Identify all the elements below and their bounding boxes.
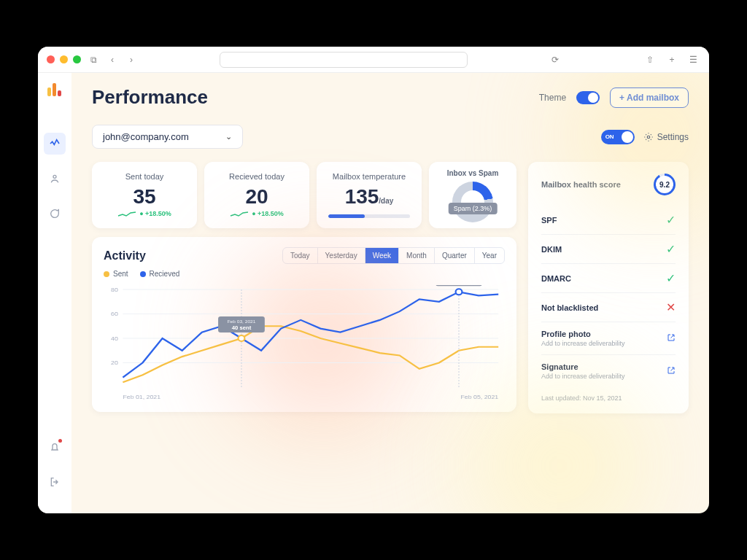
external-link-icon — [667, 365, 676, 378]
health-item: Not blacklisted✕ — [541, 293, 676, 322]
check-icon: ✓ — [666, 242, 676, 256]
back-icon[interactable]: ‹ — [106, 53, 119, 66]
health-item-name: Not blacklisted — [541, 303, 598, 312]
svg-text:Feb 01, 2021: Feb 01, 2021 — [123, 393, 160, 400]
sidebar — [38, 73, 71, 513]
health-item[interactable]: SignatureAdd to increase deliverability — [541, 355, 676, 387]
settings-label: Settings — [657, 132, 689, 142]
health-item[interactable]: Profile photoAdd to increase deliverabil… — [541, 322, 676, 355]
browser-window: ⧉ ‹ › ⟳ ⇧ + ☰ — [38, 47, 709, 513]
mailbox-power-toggle[interactable]: ON — [601, 130, 635, 144]
theme-label: Theme — [539, 93, 566, 103]
theme-toggle[interactable] — [576, 91, 600, 104]
svg-text:40: 40 — [111, 335, 118, 342]
stat-temperature-label: Mailbox temperature — [328, 172, 410, 181]
health-score-ring-icon: 9.2 — [654, 174, 676, 195]
svg-point-1 — [647, 136, 650, 139]
activity-title: Activity — [104, 249, 146, 262]
stat-received-delta: ● +18.50% — [252, 210, 284, 217]
svg-text:40 sent: 40 sent — [232, 324, 252, 331]
reload-icon[interactable]: ⟳ — [549, 53, 562, 66]
settings-link[interactable]: Settings — [643, 132, 689, 142]
activity-card: Activity Today Yesterday Week Month Quar… — [92, 237, 516, 412]
browser-chrome: ⧉ ‹ › ⟳ ⇧ + ☰ — [38, 47, 709, 73]
close-window-icon[interactable] — [47, 55, 55, 63]
chevron-down-icon: ⌄ — [225, 132, 232, 141]
health-item-sub: Add to increase deliverability — [541, 373, 625, 380]
svg-text:Feb 05, 2021: Feb 05, 2021 — [460, 393, 498, 400]
legend-received-dot-icon — [140, 271, 146, 277]
cross-icon: ✕ — [666, 300, 676, 314]
nav-logout-icon[interactable] — [44, 471, 66, 493]
activity-chart: 80604020Feb 01, 2021Feb 05, 2021Feb 03, … — [104, 285, 505, 402]
health-item-sub: Add to increase deliverability — [541, 340, 625, 347]
forward-icon[interactable]: › — [125, 53, 138, 66]
health-item-name: DMARC — [541, 274, 571, 283]
traffic-lights — [47, 55, 81, 63]
stat-sent-delta: ● +18.50% — [139, 210, 171, 217]
app-root: Performance Theme + Add mailbox john@com… — [38, 73, 709, 513]
app-logo[interactable] — [47, 82, 62, 96]
check-icon: ✓ — [666, 271, 676, 285]
stat-received-card: Recieved today 20 ● +18.50% — [204, 162, 309, 228]
external-link-icon — [667, 332, 676, 345]
svg-point-13 — [239, 335, 245, 341]
svg-rect-19 — [436, 285, 482, 286]
mailbox-selected-value: john@company.com — [103, 131, 189, 142]
svg-text:Feb 03, 2021: Feb 03, 2021 — [228, 319, 256, 324]
range-tab-month[interactable]: Month — [399, 248, 435, 263]
stat-sent-label: Sent today — [104, 172, 185, 181]
mailbox-selector[interactable]: john@company.com ⌄ — [92, 125, 243, 149]
new-tab-icon[interactable]: + — [665, 53, 678, 66]
stat-received-label: Recieved today — [216, 172, 298, 181]
health-item-name: Signature — [541, 362, 625, 371]
sparkline-icon — [117, 210, 136, 217]
nav-performance-icon[interactable] — [44, 133, 66, 155]
activity-range-tabs: Today Yesterday Week Month Quarter Year — [282, 247, 505, 264]
check-icon: ✓ — [666, 213, 676, 227]
nav-chat-icon[interactable] — [44, 203, 66, 225]
nav-profile-icon[interactable] — [44, 168, 66, 190]
range-tab-yesterday[interactable]: Yesterday — [318, 248, 365, 263]
range-tab-quarter[interactable]: Quarter — [435, 248, 475, 263]
legend-received-label: Recieved — [150, 270, 180, 278]
gear-icon — [643, 132, 654, 142]
stat-spam-label: Inbox vs Spam — [435, 169, 511, 177]
legend-sent-label: Sent — [113, 270, 128, 278]
stat-temperature-value: 135/day — [328, 185, 410, 209]
add-mailbox-button[interactable]: + Add mailbox — [610, 88, 689, 108]
stat-temperature-card: Mailbox temperature 135/day — [317, 162, 422, 228]
spam-pie-icon — [452, 182, 493, 222]
stat-spam-card: Inbox vs Spam Spam (2.3%) — [429, 162, 516, 228]
sidebar-toggle-icon[interactable]: ⧉ — [87, 53, 100, 66]
nav-notifications-icon[interactable] — [44, 436, 66, 458]
health-title: Mailbox health score — [541, 180, 621, 189]
temperature-progress — [328, 214, 410, 218]
legend-sent-dot-icon — [104, 271, 109, 277]
main-content: Performance Theme + Add mailbox john@com… — [71, 73, 709, 513]
sparkline-icon — [230, 210, 249, 217]
health-card: Mailbox health score 9.2 SPF✓DKIM✓DMARC✓… — [528, 162, 689, 413]
health-score-value: 9.2 — [659, 181, 670, 189]
health-item-name: DKIM — [541, 245, 562, 254]
svg-point-18 — [456, 289, 462, 295]
range-tab-today[interactable]: Today — [283, 248, 318, 263]
health-last-updated: Last updated: Nov 15, 2021 — [541, 394, 676, 402]
minimize-window-icon[interactable] — [60, 55, 68, 63]
url-bar[interactable] — [220, 52, 468, 68]
stat-received-value: 20 — [216, 185, 298, 209]
health-item: DMARC✓ — [541, 264, 676, 293]
stat-sent-value: 35 — [104, 185, 185, 209]
svg-text:60: 60 — [111, 311, 118, 318]
svg-text:20: 20 — [111, 359, 118, 367]
maximize-window-icon[interactable] — [73, 55, 81, 63]
range-tab-year[interactable]: Year — [475, 248, 504, 263]
spam-tooltip: Spam (2.3%) — [449, 203, 498, 214]
range-tab-week[interactable]: Week — [365, 248, 399, 263]
share-icon[interactable]: ⇧ — [643, 53, 657, 66]
health-item: DKIM✓ — [541, 235, 676, 264]
svg-point-0 — [53, 175, 56, 178]
page-title: Performance — [92, 86, 208, 109]
tabs-icon[interactable]: ☰ — [687, 53, 700, 66]
health-item-name: SPF — [541, 216, 557, 225]
